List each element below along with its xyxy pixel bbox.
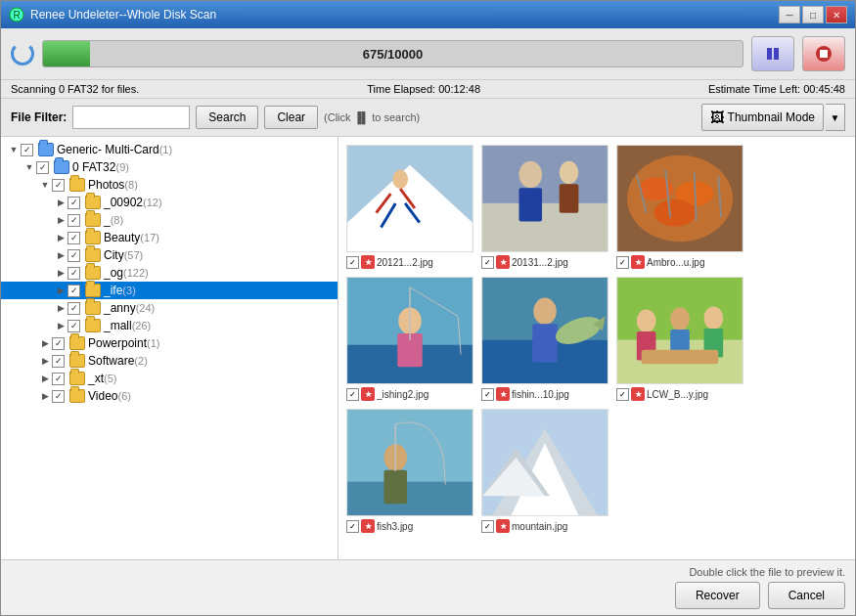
checkbox-powerpoint[interactable] <box>52 337 65 350</box>
checkbox-beauty[interactable] <box>68 232 80 244</box>
checkbox-city[interactable] <box>68 249 80 262</box>
image-name: Ambro...u.jpg <box>647 257 704 268</box>
svg-point-47 <box>704 306 724 330</box>
image-checkbox[interactable] <box>481 388 494 401</box>
checkbox-00902[interactable] <box>68 197 80 209</box>
image-checkbox[interactable] <box>616 256 629 269</box>
svg-rect-53 <box>383 470 407 504</box>
image-quality-icon: ★ <box>496 387 510 401</box>
tree-toggle-ife[interactable]: ▶ <box>54 284 68 297</box>
tree-item-xt[interactable]: ▶_xt (5) <box>1 370 338 387</box>
image-cell[interactable]: ★mountain.jpg <box>481 409 608 533</box>
checkbox-generic[interactable] <box>21 144 33 156</box>
image-name: fishin...10.jpg <box>512 389 569 400</box>
tree-toggle-powerpoint[interactable]: ▶ <box>38 336 52 350</box>
image-cell[interactable]: ★LCW_B...y.jpg <box>616 277 743 401</box>
tree-item-generic[interactable]: ▼Generic- Multi-Card (1) <box>1 141 338 158</box>
svg-rect-13 <box>482 146 608 203</box>
image-cell[interactable]: ★20121...2.jpg <box>346 145 473 269</box>
image-cell[interactable]: ★Ambro...u.jpg <box>616 145 743 269</box>
tree-item-underscore[interactable]: ▶_ (8) <box>1 211 338 229</box>
checkbox-fat32[interactable] <box>36 161 49 174</box>
image-checkbox[interactable] <box>346 388 359 401</box>
tree-toggle-generic[interactable]: ▼ <box>7 143 21 156</box>
item-label-fat32: 0 FAT32 <box>72 160 115 174</box>
item-count-powerpoint: (1) <box>147 337 159 349</box>
tree-toggle-mall[interactable]: ▶ <box>54 319 68 332</box>
status-bar: Scanning 0 FAT32 for files. Time Elapsed… <box>1 80 855 99</box>
tree-item-beauty[interactable]: ▶Beauty (17) <box>1 229 338 246</box>
image-checkbox[interactable] <box>481 256 494 269</box>
titlebar: R Renee Undeleter--Whole Disk Scan ─ □ ✕ <box>1 1 855 28</box>
cancel-button[interactable]: Cancel <box>768 582 845 609</box>
minimize-button[interactable]: ─ <box>779 6 800 23</box>
image-cell[interactable]: ★fish3.jpg <box>346 409 473 533</box>
checkbox-og[interactable] <box>68 267 80 280</box>
filter-input[interactable] <box>72 106 190 129</box>
image-footer: ★LCW_B...y.jpg <box>616 387 743 401</box>
tree-toggle-city[interactable]: ▶ <box>54 248 68 262</box>
image-panel[interactable]: ★20121...2.jpg ★20131...2.jpg ★Ambro...u… <box>338 137 855 559</box>
thumbnail-mode-button[interactable]: 🖼 Thumbnail Mode <box>701 104 824 131</box>
progress-label: 675/10000 <box>363 47 423 62</box>
maximize-button[interactable]: □ <box>802 6 824 23</box>
tree-toggle-underscore[interactable]: ▶ <box>54 213 68 227</box>
checkbox-video[interactable] <box>52 390 65 403</box>
clear-button[interactable]: Clear <box>264 106 318 129</box>
tree-toggle-00902[interactable]: ▶ <box>54 196 68 209</box>
close-button[interactable]: ✕ <box>826 6 847 23</box>
checkbox-anny[interactable] <box>68 302 80 315</box>
checkbox-xt[interactable] <box>52 373 65 385</box>
tree-toggle-fat32[interactable]: ▼ <box>23 160 36 174</box>
pause-button[interactable] <box>751 36 794 71</box>
checkbox-ife[interactable] <box>68 285 80 297</box>
tree-toggle-photos[interactable]: ▼ <box>38 178 52 192</box>
tree-item-anny[interactable]: ▶_anny (24) <box>1 299 338 317</box>
item-count-og: (122) <box>123 267 149 279</box>
stop-button[interactable] <box>802 36 845 71</box>
tree-item-00902[interactable]: ▶_00902 (12) <box>1 194 338 211</box>
item-label-mall: _mall <box>104 319 132 332</box>
image-checkbox[interactable] <box>346 256 359 269</box>
tree-toggle-beauty[interactable]: ▶ <box>54 231 68 244</box>
image-checkbox[interactable] <box>481 520 494 533</box>
image-cell[interactable]: ★20131...2.jpg <box>481 145 608 269</box>
image-footer: ★fish3.jpg <box>346 519 473 533</box>
tree-item-og[interactable]: ▶_og (122) <box>1 264 338 282</box>
image-thumbnail <box>346 409 473 516</box>
folder-icon-software <box>69 354 85 368</box>
tree-item-ife[interactable]: ▶_ife (3) <box>1 282 338 299</box>
svg-point-43 <box>637 309 656 332</box>
filter-label: File Filter: <box>11 110 67 124</box>
tree-item-software[interactable]: ▶Software (2) <box>1 352 338 370</box>
tree-toggle-video[interactable]: ▶ <box>38 389 52 403</box>
checkbox-underscore[interactable] <box>68 214 80 227</box>
tree-item-fat32[interactable]: ▼0 FAT32 (9) <box>1 158 338 176</box>
image-cell[interactable]: ★fishin...10.jpg <box>481 277 608 401</box>
image-checkbox[interactable] <box>616 388 629 401</box>
tree-item-mall[interactable]: ▶_mall (26) <box>1 317 338 334</box>
tree-toggle-anny[interactable]: ▶ <box>54 301 68 315</box>
folder-icon-photos <box>69 178 85 192</box>
svg-point-45 <box>670 307 690 330</box>
item-label-photos: Photos <box>88 178 124 192</box>
pause-icon <box>763 44 783 64</box>
thumbnail-mode-dropdown[interactable]: ▼ <box>826 104 845 131</box>
titlebar-left: R Renee Undeleter--Whole Disk Scan <box>9 7 216 22</box>
folder-icon-powerpoint <box>69 336 85 350</box>
checkbox-mall[interactable] <box>68 320 80 332</box>
tree-item-photos[interactable]: ▼Photos (8) <box>1 176 338 194</box>
tree-toggle-xt[interactable]: ▶ <box>38 372 52 385</box>
tree-item-powerpoint[interactable]: ▶Powerpoint (1) <box>1 334 338 352</box>
checkbox-software[interactable] <box>52 355 65 368</box>
checkbox-photos[interactable] <box>52 179 65 192</box>
tree-toggle-og[interactable]: ▶ <box>54 266 68 280</box>
tree-toggle-software[interactable]: ▶ <box>38 354 52 368</box>
image-checkbox[interactable] <box>346 520 359 533</box>
search-button[interactable]: Search <box>196 106 258 129</box>
image-cell[interactable]: ★_ishing2.jpg <box>346 277 473 401</box>
tree-item-city[interactable]: ▶City (57) <box>1 246 338 264</box>
folder-icon-og <box>85 266 101 280</box>
tree-item-video[interactable]: ▶Video (6) <box>1 387 338 405</box>
recover-button[interactable]: Recover <box>675 582 760 609</box>
